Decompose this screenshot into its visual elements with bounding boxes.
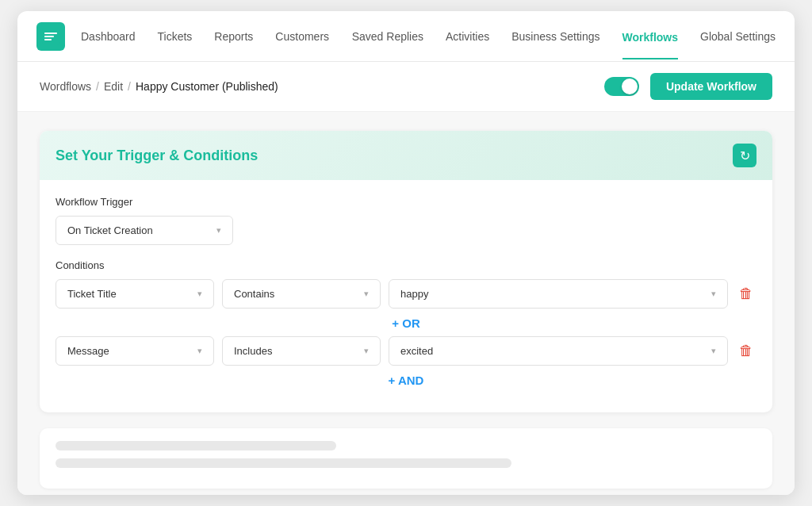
condition-operator-2-chevron-icon: ▾ [364, 346, 369, 356]
condition-operator-2-value: Includes [234, 345, 272, 357]
main-content: Set Your Trigger & Conditions ↻ Workflow… [17, 112, 795, 495]
app-logo[interactable] [36, 22, 65, 51]
nav-right: Saved Replies Activities Business Settin… [352, 27, 776, 46]
nav-left: Dashboard Tickets Reports Customers [81, 27, 352, 46]
nav-saved-replies[interactable]: Saved Replies [352, 27, 423, 46]
or-divider[interactable]: + OR [56, 316, 756, 330]
breadcrumb-bar: Wordflows / Edit / Happy Customer (Publi… [17, 62, 795, 112]
nav-global-settings[interactable]: Global Settings [700, 27, 776, 46]
nav-dashboard[interactable]: Dashboard [81, 27, 136, 46]
condition-value-1-chevron-icon: ▾ [711, 289, 716, 299]
nav-workflows[interactable]: Workflows [622, 28, 679, 59]
navbar: Dashboard Tickets Reports Customers Save… [17, 11, 795, 62]
condition-field-1[interactable]: Ticket Title ▾ [56, 279, 214, 309]
skeleton-line-1 [56, 441, 336, 450]
refresh-button[interactable]: ↻ [733, 144, 756, 167]
trigger-card-body: Workflow Trigger On Ticket Creation ▾ Co… [40, 180, 772, 412]
breadcrumb-actions: Update Workflow [604, 73, 772, 100]
condition-row-1: Ticket Title ▾ Contains ▾ happy ▾ 🗑 [56, 279, 756, 309]
refresh-icon: ↻ [740, 148, 750, 163]
condition-row-2: Message ▾ Includes ▾ excited ▾ 🗑 [56, 336, 756, 366]
trigger-card-title: Set Your Trigger & Conditions [56, 148, 258, 164]
condition-operator-1[interactable]: Contains ▾ [222, 279, 381, 309]
nav-tickets[interactable]: Tickets [158, 27, 193, 46]
trigger-chevron-icon: ▾ [216, 225, 221, 236]
nav-activities[interactable]: Activities [446, 27, 489, 46]
condition-field-2-value: Message [67, 345, 109, 357]
nav-reports[interactable]: Reports [214, 27, 253, 46]
condition-value-1[interactable]: happy ▾ [389, 279, 728, 309]
condition-value-2-text: excited [400, 345, 433, 357]
update-workflow-button[interactable]: Update Workflow [650, 73, 772, 100]
breadcrumb-edit[interactable]: Edit [104, 80, 123, 93]
condition-value-2[interactable]: excited ▾ [389, 336, 728, 366]
condition-field-2-chevron-icon: ▾ [197, 346, 202, 356]
trigger-card: Set Your Trigger & Conditions ↻ Workflow… [40, 131, 772, 412]
condition-field-1-value: Ticket Title [67, 288, 117, 300]
trigger-dropdown[interactable]: On Ticket Creation ▾ [56, 216, 233, 245]
delete-condition-1-button[interactable]: 🗑 [736, 282, 756, 305]
delete-condition-2-button[interactable]: 🗑 [736, 339, 756, 362]
breadcrumb: Wordflows / Edit / Happy Customer (Publi… [40, 80, 278, 93]
condition-operator-1-value: Contains [234, 288, 274, 300]
nav-business-settings[interactable]: Business Settings [511, 27, 599, 46]
conditions-label: Conditions [56, 259, 756, 271]
workflow-trigger-label: Workflow Trigger [56, 196, 756, 208]
skeleton-line-2 [56, 458, 511, 468]
breadcrumb-sep-2: / [128, 80, 131, 93]
condition-field-2[interactable]: Message ▾ [56, 336, 214, 366]
condition-field-1-chevron-icon: ▾ [197, 289, 202, 299]
breadcrumb-current: Happy Customer (Published) [136, 80, 278, 93]
breadcrumb-sep-1: / [96, 80, 99, 93]
trigger-value: On Ticket Creation [67, 224, 153, 236]
condition-value-1-text: happy [400, 288, 428, 300]
condition-operator-2[interactable]: Includes ▾ [222, 336, 381, 366]
and-divider[interactable]: + AND [56, 374, 756, 387]
breadcrumb-wordflows[interactable]: Wordflows [40, 80, 91, 93]
trigger-card-header: Set Your Trigger & Conditions ↻ [40, 131, 772, 180]
nav-customers[interactable]: Customers [275, 27, 329, 46]
action-section [40, 428, 772, 489]
condition-operator-1-chevron-icon: ▾ [364, 289, 369, 299]
published-toggle[interactable] [604, 77, 639, 96]
condition-value-2-chevron-icon: ▾ [711, 346, 716, 356]
